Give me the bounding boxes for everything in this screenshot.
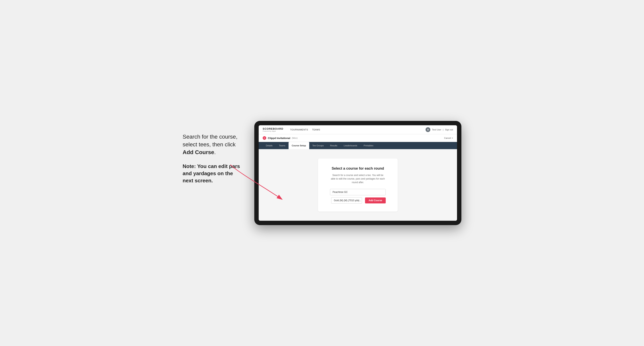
logo-area: SCOREBOARD Powered by clippd bbox=[263, 127, 283, 132]
top-nav: SCOREBOARD Powered by clippd TOURNAMENTS… bbox=[259, 125, 457, 134]
nav-links: TOURNAMENTS TEAMS bbox=[290, 129, 421, 131]
card-description: Search for a course and select a tee. Yo… bbox=[330, 173, 386, 184]
cancel-label: Cancel bbox=[444, 137, 451, 139]
tablet-container: SCOREBOARD Powered by clippd TOURNAMENTS… bbox=[254, 121, 462, 225]
tab-tee-groups[interactable]: Tee Groups bbox=[309, 142, 327, 149]
main-content: Select a course for each round Search fo… bbox=[259, 149, 457, 221]
tab-details[interactable]: Details bbox=[263, 142, 276, 149]
sign-out-link[interactable]: Sign out bbox=[445, 129, 453, 131]
logo-sub: Powered by clippd bbox=[263, 130, 283, 132]
nav-teams[interactable]: TEAMS bbox=[312, 129, 320, 131]
tablet-screen: SCOREBOARD Powered by clippd TOURNAMENTS… bbox=[259, 125, 457, 221]
tab-teams[interactable]: Teams bbox=[276, 142, 288, 149]
tablet-frame: SCOREBOARD Powered by clippd TOURNAMENTS… bbox=[254, 121, 462, 225]
cancel-button[interactable]: Cancel × bbox=[444, 137, 453, 139]
note-text: Note: You can edit pars and yardages on … bbox=[182, 163, 242, 184]
tournament-gender: (Men) bbox=[292, 137, 298, 139]
tournament-title: C Clippd Invitational (Men) bbox=[263, 136, 298, 140]
user-name: Test User bbox=[432, 129, 441, 131]
tab-course-setup[interactable]: Course Setup bbox=[288, 142, 309, 149]
tournament-header: C Clippd Invitational (Men) Cancel × bbox=[259, 134, 457, 142]
instruction-bold: Add Course bbox=[182, 149, 214, 155]
tab-printables[interactable]: Printables bbox=[360, 142, 376, 149]
nav-tournaments[interactable]: TOURNAMENTS bbox=[290, 129, 308, 131]
tournament-icon: C bbox=[263, 136, 266, 140]
instruction-text: Search for the course, select tees, then… bbox=[182, 133, 242, 156]
user-avatar: B bbox=[426, 127, 430, 132]
tee-select-row: Gold (M) (M) (7010 yds) Add Course bbox=[330, 197, 386, 204]
course-search-input[interactable] bbox=[330, 189, 386, 195]
tab-results[interactable]: Results bbox=[327, 142, 340, 149]
tee-select[interactable]: Gold (M) (M) (7010 yds) bbox=[331, 197, 362, 204]
page-wrapper: Search for the course, select tees, then… bbox=[182, 121, 462, 225]
tabs-bar: Details Teams Course Setup Tee Groups Re… bbox=[259, 142, 457, 149]
nav-separator: | bbox=[443, 129, 444, 131]
cancel-icon: × bbox=[452, 137, 453, 139]
tournament-name: Clippd Invitational bbox=[268, 137, 290, 140]
tab-leaderboards[interactable]: Leaderboards bbox=[340, 142, 360, 149]
top-nav-right: B Test User | Sign out bbox=[426, 127, 453, 132]
tee-select-wrapper: Gold (M) (M) (7010 yds) bbox=[330, 197, 364, 204]
add-course-button[interactable]: Add Course bbox=[365, 197, 386, 203]
sidebar-annotation: Search for the course, select tees, then… bbox=[182, 121, 242, 191]
course-select-card: Select a course for each round Search fo… bbox=[318, 159, 398, 212]
card-title: Select a course for each round bbox=[330, 167, 386, 171]
logo-title: SCOREBOARD bbox=[263, 127, 283, 130]
